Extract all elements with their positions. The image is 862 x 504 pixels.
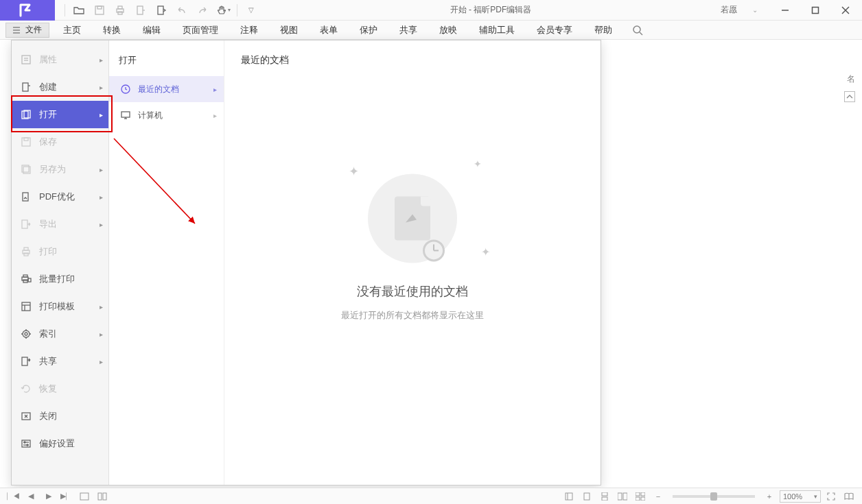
file-item-batch-print[interactable]: 批量打印	[12, 265, 108, 293]
empty-subtitle: 最近打开的所有文档都将显示在这里	[341, 309, 484, 322]
optimize-icon	[19, 191, 34, 202]
zoom-slider[interactable]	[673, 495, 755, 498]
sb-two-continuous-icon[interactable]	[633, 490, 648, 503]
user-dropdown-icon[interactable]: ⌄	[743, 1, 767, 20]
minimize-button[interactable]	[773, 1, 797, 20]
properties-icon	[19, 54, 34, 65]
bg-name-label: 名	[847, 73, 855, 85]
sb-fitpage-icon[interactable]	[561, 490, 576, 503]
tab-view[interactable]: 视图	[269, 21, 309, 40]
file-item-recover[interactable]: 恢复	[12, 375, 108, 403]
sb-layout2-icon[interactable]	[95, 490, 110, 503]
svg-rect-32	[23, 275, 27, 277]
file-item-create[interactable]: 创建▸	[12, 73, 108, 101]
tab-form[interactable]: 表单	[309, 21, 349, 40]
export-icon	[19, 219, 34, 230]
svg-rect-0	[95, 6, 104, 14]
tab-page-manage[interactable]: 页面管理	[172, 21, 229, 40]
save-icon[interactable]	[90, 1, 109, 20]
sparkle-icon: ✦	[349, 164, 359, 179]
page-next-icon[interactable]	[152, 1, 171, 20]
file-menu-panel: 属性▸ 创建▸ 打开▸ 保存 另存为▸ PDF优化▸ 导出▸ 打印 批量打印 打…	[11, 40, 601, 485]
svg-rect-61	[566, 493, 572, 500]
file-item-saveas[interactable]: 另存为▸	[12, 156, 108, 183]
svg-rect-22	[22, 138, 30, 146]
tab-present[interactable]: 放映	[428, 21, 468, 40]
file-item-share[interactable]: 共享▸	[12, 348, 108, 375]
app-logo	[0, 0, 55, 21]
sb-two-page-icon[interactable]	[615, 490, 630, 503]
chevron-right-icon: ▸	[213, 86, 217, 93]
open-icon[interactable]	[69, 1, 89, 20]
file-menu-primary-list: 属性▸ 创建▸ 打开▸ 保存 另存为▸ PDF优化▸ 导出▸ 打印 批量打印 打…	[12, 40, 109, 485]
svg-rect-1	[97, 6, 102, 9]
svg-point-38	[23, 331, 30, 337]
search-icon[interactable]	[629, 21, 646, 39]
tab-home[interactable]: 主页	[52, 21, 92, 40]
sb-single-icon[interactable]	[579, 490, 594, 503]
file-item-open[interactable]: 打开▸	[12, 101, 108, 128]
quick-access-toolbar: ▾ ▽	[62, 1, 261, 20]
sb-last-page-icon[interactable]: ▶⎸	[59, 490, 74, 503]
tab-annotate[interactable]: 注释	[229, 21, 269, 40]
collapse-ribbon-icon[interactable]	[844, 91, 855, 102]
svg-rect-64	[602, 492, 607, 496]
svg-rect-58	[80, 493, 89, 500]
sb-continuous-icon[interactable]	[597, 490, 612, 503]
undo-icon[interactable]	[172, 1, 191, 20]
file-menu-button[interactable]: 文件	[5, 23, 49, 38]
create-icon	[19, 82, 34, 93]
sub-item-recent[interactable]: 最近的文档 ▸	[109, 76, 224, 102]
qat-dropdown-icon[interactable]: ▽	[242, 1, 261, 20]
tab-share[interactable]: 共享	[388, 21, 428, 40]
chevron-right-icon: ▸	[100, 221, 103, 228]
sb-fullscreen-icon[interactable]	[824, 490, 839, 503]
file-item-index[interactable]: 索引▸	[12, 320, 108, 348]
svg-line-15	[640, 32, 642, 35]
redo-icon[interactable]	[193, 1, 212, 20]
page-prev-icon[interactable]	[131, 1, 150, 20]
hand-icon[interactable]: ▾	[213, 1, 233, 20]
sb-first-page-icon[interactable]: ⎸◀	[5, 490, 21, 503]
menubar: 文件 主页 转换 编辑 页面管理 注释 视图 表单 保护 共享 放映 辅助工具 …	[0, 21, 862, 40]
file-item-preferences[interactable]: 偏好设置	[12, 430, 108, 457]
tab-protect[interactable]: 保护	[349, 21, 388, 40]
file-item-save[interactable]: 保存	[12, 128, 108, 156]
svg-point-14	[633, 26, 640, 33]
print-icon	[19, 246, 34, 257]
svg-rect-33	[23, 280, 27, 283]
user-name[interactable]: 若愿	[721, 4, 737, 16]
index-icon	[19, 328, 34, 339]
chevron-right-icon: ▸	[100, 166, 103, 173]
print-icon[interactable]	[110, 1, 130, 20]
sub-item-computer[interactable]: 计算机 ▸	[109, 102, 224, 128]
close-button[interactable]	[833, 1, 858, 20]
empty-illustration	[368, 173, 457, 263]
sb-layout1-icon[interactable]	[77, 490, 92, 503]
sb-prev-page-icon[interactable]: ◀	[23, 490, 38, 503]
sb-zoom-out-icon[interactable]: −	[651, 490, 666, 503]
file-item-close[interactable]: 关闭	[12, 403, 108, 430]
tab-vip[interactable]: 会员专享	[526, 21, 583, 40]
tab-convert[interactable]: 转换	[92, 21, 132, 40]
sb-next-page-icon[interactable]: ▶	[41, 490, 56, 503]
file-item-print-template[interactable]: 打印模板▸	[12, 293, 108, 320]
sb-zoom-in-icon[interactable]: +	[762, 490, 777, 503]
tab-tools[interactable]: 辅助工具	[468, 21, 526, 40]
zoom-percent[interactable]: 100%	[780, 490, 821, 503]
file-item-print[interactable]: 打印	[12, 238, 108, 265]
maximize-button[interactable]	[803, 1, 828, 20]
file-item-properties[interactable]: 属性▸	[12, 46, 108, 73]
svg-rect-16	[22, 56, 30, 64]
file-item-optimize[interactable]: PDF优化▸	[12, 183, 108, 211]
tab-help[interactable]: 帮助	[583, 21, 623, 40]
svg-rect-66	[618, 493, 622, 500]
svg-rect-70	[636, 497, 640, 501]
save-icon	[19, 136, 34, 147]
chevron-right-icon: ▸	[100, 303, 103, 311]
tab-edit[interactable]: 编辑	[132, 21, 172, 40]
file-item-export[interactable]: 导出▸	[12, 211, 108, 238]
sb-reading-icon[interactable]	[841, 490, 857, 503]
computer-icon	[119, 110, 132, 120]
recent-docs-header: 最近的文档	[241, 54, 584, 67]
